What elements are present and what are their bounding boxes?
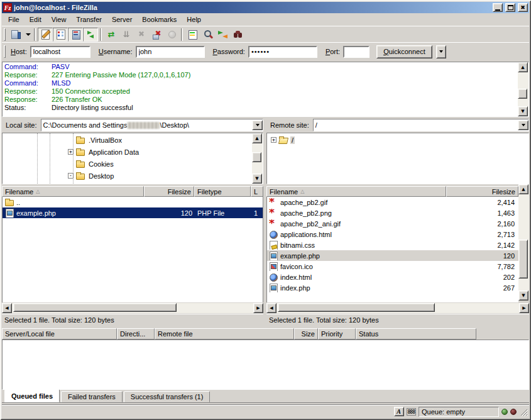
toolbar-separator[interactable] — [181, 28, 183, 41]
reconnect-button[interactable] — [164, 28, 179, 41]
transfer-type-indicator[interactable]: A — [394, 407, 404, 416]
local-tree-scrollbar[interactable]: ▲ ▼ — [252, 133, 263, 184]
cancel-operation-button[interactable] — [134, 28, 149, 41]
menu-item[interactable]: Help — [182, 14, 206, 25]
menu-item[interactable]: View — [47, 14, 72, 25]
file-row[interactable]: favicon.ico 7,782 — [267, 261, 518, 272]
remote-hscrollbar[interactable]: ◀ ▶ — [266, 303, 529, 313]
local-header-filetype[interactable]: Filetype — [194, 186, 251, 197]
tree-expander[interactable]: + — [68, 149, 74, 155]
scroll-up-icon[interactable]: ▲ — [518, 62, 528, 72]
remote-header-filename[interactable]: Filename△ — [266, 186, 446, 197]
queue-tab[interactable]: Failed transfers — [61, 391, 123, 402]
local-path-dropdown[interactable] — [252, 120, 263, 130]
maximize-button[interactable] — [505, 3, 515, 12]
toolbar-separator[interactable] — [100, 28, 102, 41]
local-header-filename[interactable]: Filename△ — [2, 186, 144, 197]
remote-header-filesize[interactable]: Filesize — [446, 186, 518, 197]
disconnect-button[interactable] — [149, 28, 164, 41]
toolbar-separator[interactable] — [34, 28, 36, 41]
tree-item[interactable]: + / — [267, 134, 528, 146]
file-row[interactable]: apache_pb2.gif 2,414 — [267, 197, 518, 207]
process-queue-button[interactable] — [119, 28, 134, 41]
scroll-thumb[interactable] — [252, 152, 261, 162]
remote-path-combobox[interactable]: / — [313, 119, 529, 131]
queue-body[interactable] — [2, 340, 529, 390]
scroll-thumb[interactable] — [13, 303, 177, 312]
queue-header-cell[interactable]: Directi... — [117, 328, 155, 340]
log-scrollbar[interactable]: ▲ ▼ — [518, 62, 528, 116]
tree-item[interactable]: Cookies — [3, 158, 252, 170]
scroll-thumb[interactable] — [518, 240, 528, 279]
tree-item[interactable]: + Application Data — [3, 146, 252, 158]
refresh-button[interactable] — [104, 28, 119, 41]
quickconnect-button[interactable]: Quickconnect — [376, 45, 432, 58]
app-icon[interactable]: Fz — [3, 3, 12, 12]
username-input[interactable] — [136, 46, 205, 58]
file-row[interactable]: apache_pb2_ani.gif 2,160 — [267, 218, 518, 229]
menu-item[interactable]: Server — [107, 14, 137, 25]
synchronized-browsing-button[interactable] — [215, 28, 230, 41]
site-manager-button[interactable] — [8, 28, 23, 41]
scroll-up-icon[interactable]: ▲ — [252, 133, 262, 143]
tree-expander[interactable] — [68, 161, 74, 167]
scroll-left-icon[interactable]: ◀ — [266, 303, 276, 313]
scroll-right-icon[interactable]: ▶ — [519, 303, 529, 313]
filename-filters-button[interactable] — [200, 28, 215, 41]
queue-tab[interactable]: Successful transfers (1) — [124, 391, 211, 402]
local-hscrollbar[interactable]: ◀ ▶ — [2, 303, 263, 313]
toggle-message-log-button[interactable] — [38, 28, 53, 41]
menu-item[interactable]: File — [3, 14, 25, 25]
file-row[interactable]: bitnami.css 2,142 — [267, 240, 518, 250]
toggle-remote-tree-button[interactable] — [68, 28, 83, 41]
queue-header-cell[interactable]: Remote file — [155, 328, 294, 340]
file-row[interactable]: index.html 202 — [267, 272, 518, 282]
toolbar-grip[interactable] — [4, 28, 6, 41]
scroll-right-icon[interactable]: ▶ — [253, 303, 263, 313]
remote-path-dropdown[interactable] — [518, 120, 528, 130]
resize-grip[interactable] — [519, 407, 528, 416]
scroll-thumb[interactable] — [278, 303, 435, 312]
scroll-down-icon[interactable]: ▼ — [252, 174, 262, 184]
password-input[interactable] — [248, 46, 317, 58]
find-files-button[interactable] — [230, 28, 245, 41]
port-input[interactable] — [343, 46, 370, 58]
quickconnect-dropdown[interactable] — [436, 45, 446, 58]
file-row[interactable]: example.php 120 PHP File 1 — [3, 207, 263, 218]
queue-header-cell[interactable]: Size — [294, 328, 318, 340]
tree-item[interactable]: - Desktop — [3, 170, 252, 182]
tree-item[interactable]: .VirtualBox — [3, 134, 252, 146]
remote-vscrollbar[interactable]: ▲ ▼ — [518, 184, 529, 301]
menu-item[interactable]: Transfer — [71, 14, 107, 25]
speed-limits-icon[interactable]: 888 — [407, 408, 416, 416]
close-button[interactable]: ✖ — [518, 3, 528, 12]
queue-tab[interactable]: Queued files — [4, 389, 60, 402]
tree-expander[interactable]: + — [271, 137, 276, 143]
file-row[interactable]: example.php 120 — [267, 250, 518, 261]
toggle-local-tree-button[interactable] — [53, 28, 68, 41]
scroll-left-icon[interactable]: ◀ — [2, 303, 12, 313]
scroll-down-icon[interactable]: ▼ — [518, 106, 528, 116]
directory-comparison-button[interactable] — [185, 28, 200, 41]
queue-header-cell[interactable]: Priority — [318, 328, 356, 340]
file-row[interactable]: .. — [3, 197, 263, 207]
menu-item[interactable]: Bookmarks — [137, 14, 182, 25]
quickbar-grip[interactable] — [4, 45, 6, 58]
scroll-down-icon[interactable]: ▼ — [518, 290, 528, 301]
file-row[interactable]: applications.html 2,713 — [267, 229, 518, 240]
local-path-combobox[interactable]: C:\Documents and Settings\Desktop\ — [41, 119, 263, 131]
queue-header-cell[interactable]: Server/Local file — [2, 328, 117, 340]
site-manager-dropdown[interactable] — [23, 28, 32, 41]
host-input[interactable] — [30, 46, 90, 58]
file-row[interactable]: index.php 267 — [267, 282, 518, 293]
minimize-button[interactable] — [493, 3, 503, 12]
local-header-lastmodified[interactable]: L — [251, 186, 263, 197]
toggle-queue-button[interactable] — [83, 28, 98, 41]
local-header-filesize[interactable]: Filesize — [144, 186, 194, 197]
tree-expander[interactable]: - — [68, 173, 74, 179]
scroll-thumb[interactable] — [518, 89, 527, 99]
menu-item[interactable]: Edit — [25, 14, 47, 25]
queue-header-cell[interactable]: Status — [356, 328, 476, 340]
tree-expander[interactable] — [68, 137, 74, 143]
scroll-up-icon[interactable]: ▲ — [518, 184, 528, 194]
